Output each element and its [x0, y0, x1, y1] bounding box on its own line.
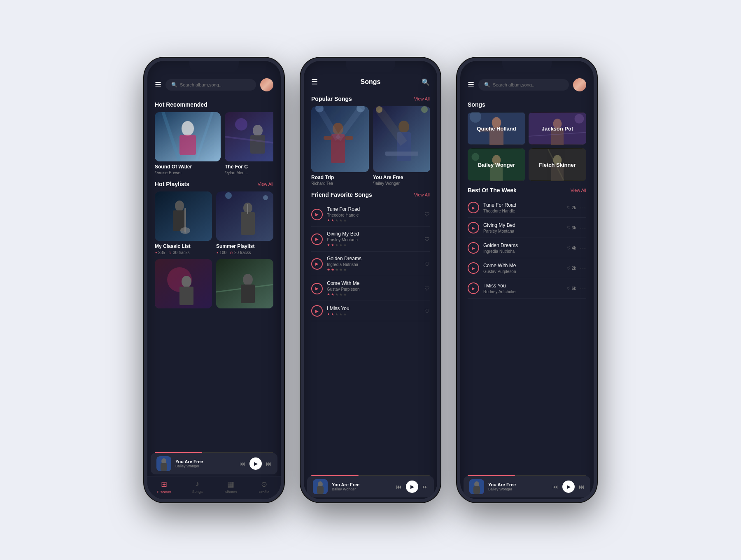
play-btn-song-4[interactable]: ▶: [311, 283, 323, 294]
hot-playlists-viewall[interactable]: View All: [258, 182, 273, 187]
playlist-card-2[interactable]: Summer Playlist ♥ 100 ⊙ 20 tracks: [216, 191, 273, 255]
botw-song-2[interactable]: ▶ Giving My Bed Parsley Montana ♡ 3k ···: [468, 218, 586, 238]
svg-point-70: [474, 481, 479, 487]
vol-dn-btn[interactable]: [283, 152, 284, 172]
star-3-1: ★: [327, 268, 330, 272]
phone3-vol-up[interactable]: [596, 127, 597, 147]
prev-btn-1[interactable]: ⏮: [240, 460, 245, 467]
botw-song-3[interactable]: ▶ Golden Dreams Ingredia Nutrisha ♡ 4k ·…: [468, 238, 586, 258]
nav-songs[interactable]: ♪ Songs: [181, 480, 214, 494]
phone3-menu-icon[interactable]: ☰: [468, 80, 474, 89]
heart-btn-5[interactable]: ♡: [424, 308, 430, 314]
play-btn-song-3[interactable]: ▶: [311, 258, 323, 270]
albums-label: Albums: [224, 490, 237, 494]
avatar[interactable]: [260, 78, 273, 91]
prev-btn-3[interactable]: ⏮: [552, 483, 558, 490]
star-2-3: ★: [335, 243, 338, 247]
heart-btn-1[interactable]: ♡: [424, 211, 430, 218]
play-btn-song-5[interactable]: ▶: [311, 305, 323, 317]
play-btn-3[interactable]: ▶: [562, 481, 575, 493]
botw-song-4[interactable]: ▶ Come With Me Gustav Purpleson ♡ 2k ···: [468, 258, 586, 278]
botw-more-2[interactable]: ···: [580, 224, 586, 231]
rec-card-2[interactable]: The For C Dylan Meri...: [225, 112, 273, 175]
phone3-avatar[interactable]: [573, 78, 586, 91]
phone2-search-icon[interactable]: 🔍: [422, 78, 430, 86]
botw-more-5[interactable]: ···: [580, 285, 586, 292]
phone2-vol-dn[interactable]: [440, 152, 440, 172]
botw-song-1[interactable]: ▶ Tune For Road Theodore Handle ♡ 2k ···: [468, 198, 586, 218]
botw-more-3[interactable]: ···: [580, 245, 586, 251]
friend-song-4[interactable]: ▶ Come With Me Gustav Purpleson ★ ★ ★ ★ …: [311, 276, 430, 301]
botw-viewall[interactable]: View All: [571, 188, 586, 193]
botw-song-5[interactable]: ▶ I Miss You Rodney Artichoke ♡ 6k ···: [468, 278, 586, 299]
rec-card-1[interactable]: Sound Of Water Denise Brewer: [155, 112, 221, 175]
popular-card-2[interactable]: You Are Free Bailey Wonger: [373, 106, 430, 186]
playlist-card-2-likes: 100: [219, 250, 226, 255]
heart-btn-4[interactable]: ♡: [424, 285, 430, 292]
next-btn-2[interactable]: ⏭: [422, 483, 428, 490]
phone3-content: Songs Quiche Holland: [460, 96, 594, 475]
botw-more-1[interactable]: ···: [580, 204, 586, 211]
song-info-2: Giving My Bed Parsley Montana ★ ★ ★ ★ ★: [327, 231, 420, 247]
playlist-card-3[interactable]: [155, 259, 212, 311]
botw-play-2[interactable]: ▶: [468, 222, 479, 233]
next-btn-1[interactable]: ⏭: [266, 460, 272, 467]
popular-songs-viewall[interactable]: View All: [414, 96, 430, 101]
np-thumb-3: [469, 479, 484, 494]
star-5-1: ★: [327, 312, 330, 316]
phone3-side-left[interactable]: [457, 135, 458, 164]
menu-icon[interactable]: ☰: [155, 80, 161, 89]
nav-discover[interactable]: ⊞ Discover: [147, 480, 181, 494]
artist-card-fletch[interactable]: Fletch Skinner: [529, 148, 586, 181]
friend-favs-header: Friend Favorite Songs View All: [311, 191, 430, 198]
botw-heart-5: ♡: [567, 286, 571, 291]
phone2-vol-up[interactable]: [440, 127, 440, 147]
playlist-card-1[interactable]: My Classic List ♥ 235 ⊙ 30 tracks: [155, 191, 212, 255]
discover-icon: ⊞: [161, 480, 167, 489]
svg-rect-5: [225, 112, 273, 161]
star-1-1: ★: [327, 218, 330, 222]
artist-card-quiche[interactable]: Quiche Holland: [468, 112, 525, 145]
friend-song-5[interactable]: ▶ I Miss You ★ ★ ★ ★ ★ ♡: [311, 301, 430, 321]
nav-albums[interactable]: ▦ Albums: [214, 480, 247, 494]
botw-play-3[interactable]: ▶: [468, 242, 479, 254]
artist-card-bailey[interactable]: Bailey Wonger: [468, 148, 525, 181]
play-btn-song-1[interactable]: ▶: [311, 209, 323, 220]
botw-play-1[interactable]: ▶: [468, 202, 479, 213]
friend-song-1[interactable]: ▶ Tune For Road Theodore Handle ★ ★ ★ ★ …: [311, 202, 430, 227]
botw-play-5[interactable]: ▶: [468, 282, 479, 294]
star-3-3: ★: [335, 268, 338, 272]
heart-btn-2[interactable]: ♡: [424, 236, 430, 243]
vol-up-btn[interactable]: [283, 127, 284, 147]
bottom-nav-1: ⊞ Discover ♪ Songs ▦ Albums ⊙ Profile: [147, 476, 281, 499]
friend-favs-viewall[interactable]: View All: [414, 192, 430, 197]
play-btn-1[interactable]: ▶: [249, 457, 262, 470]
friend-song-3[interactable]: ▶ Golden Dreams Ingredia Nutrisha ★ ★ ★ …: [311, 252, 430, 276]
popular-card-1[interactable]: Road Trip Richard Tea: [311, 106, 369, 186]
playlist-card-1-img: [155, 191, 212, 241]
search-input[interactable]: [180, 82, 250, 87]
prev-btn-2[interactable]: ⏮: [396, 483, 402, 490]
np-thumb-1: [156, 456, 171, 471]
next-btn-3[interactable]: ⏭: [579, 483, 585, 490]
friend-song-2[interactable]: ▶ Giving My Bed Parsley Montana ★ ★ ★ ★ …: [311, 227, 430, 252]
side-btn-left[interactable]: [144, 135, 145, 164]
play-btn-2[interactable]: ▶: [406, 481, 418, 493]
phone3-search-input[interactable]: [493, 82, 563, 87]
phone2-menu-icon[interactable]: ☰: [311, 77, 318, 86]
botw-play-4[interactable]: ▶: [468, 262, 479, 274]
svg-rect-35: [324, 136, 332, 140]
play-btn-song-2[interactable]: ▶: [311, 233, 323, 245]
search-bar[interactable]: 🔍: [165, 79, 256, 91]
phone2-side-left[interactable]: [301, 135, 301, 164]
heart-btn-3[interactable]: ♡: [424, 261, 430, 267]
popular-cards: Road Trip Richard Tea: [311, 106, 430, 186]
phone3-vol-dn[interactable]: [596, 152, 597, 172]
playlist-card-4[interactable]: [216, 259, 273, 311]
botw-more-4[interactable]: ···: [580, 265, 586, 271]
svg-point-46: [421, 106, 428, 113]
nav-profile[interactable]: ⊙ Profile: [247, 480, 281, 494]
playlist-card-2-title: Summer Playlist: [216, 243, 273, 249]
artist-card-jackson[interactable]: Jackson Pot: [529, 112, 586, 145]
phone3-search-bar[interactable]: 🔍: [478, 79, 569, 91]
